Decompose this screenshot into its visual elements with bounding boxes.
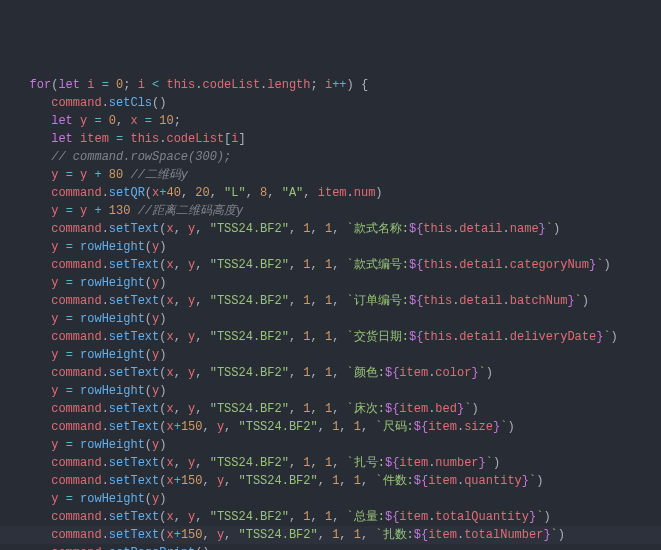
code-line: command.setText(x, y, "TSS24.BF2", 1, 1,…	[0, 364, 661, 382]
code-line: command.setText(x, y, "TSS24.BF2", 1, 1,…	[0, 400, 661, 418]
code-line: command.setPagePrint()	[0, 544, 661, 550]
code-line: y = rowHeight(y)	[0, 310, 661, 328]
code-line: command.setText(x, y, "TSS24.BF2", 1, 1,…	[0, 328, 661, 346]
code-line: y = rowHeight(y)	[0, 436, 661, 454]
code-line: let y = 0, x = 10;	[0, 112, 661, 130]
code-line: y = rowHeight(y)	[0, 346, 661, 364]
code-line: y = rowHeight(y)	[0, 382, 661, 400]
code-line: command.setCls()	[0, 94, 661, 112]
code-line: command.setText(x, y, "TSS24.BF2", 1, 1,…	[0, 220, 661, 238]
code-block: for(let i = 0; i < this.codeList.length;…	[0, 76, 661, 550]
code-line: command.setText(x, y, "TSS24.BF2", 1, 1,…	[0, 256, 661, 274]
code-line: for(let i = 0; i < this.codeList.length;…	[0, 76, 661, 94]
code-line: // command.rowSpace(300);	[0, 148, 661, 166]
code-line: command.setText(x+150, y, "TSS24.BF2", 1…	[0, 418, 661, 436]
code-line: y = rowHeight(y)	[0, 490, 661, 508]
code-line: let item = this.codeList[i]	[0, 130, 661, 148]
code-line: command.setText(x, y, "TSS24.BF2", 1, 1,…	[0, 508, 661, 526]
code-line: command.setText(x+150, y, "TSS24.BF2", 1…	[0, 472, 661, 490]
code-line: command.setText(x+150, y, "TSS24.BF2", 1…	[0, 526, 661, 544]
code-line: command.setText(x, y, "TSS24.BF2", 1, 1,…	[0, 454, 661, 472]
code-line: y = y + 130 //距离二维码高度y	[0, 202, 661, 220]
code-line: y = rowHeight(y)	[0, 238, 661, 256]
code-line: y = y + 80 //二维码y	[0, 166, 661, 184]
code-line: y = rowHeight(y)	[0, 274, 661, 292]
code-line: command.setQR(x+40, 20, "L", 8, "A", ite…	[0, 184, 661, 202]
code-line: command.setText(x, y, "TSS24.BF2", 1, 1,…	[0, 292, 661, 310]
